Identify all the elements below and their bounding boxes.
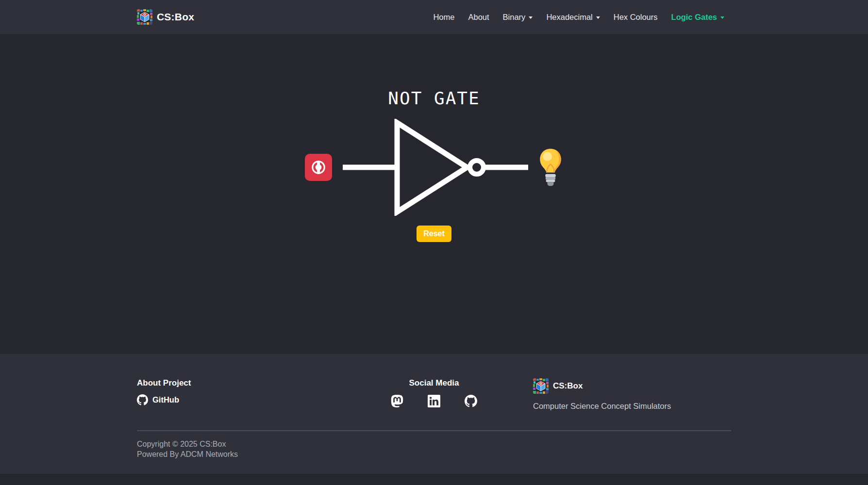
github-icon <box>137 394 148 405</box>
not-gate-diagram <box>305 119 563 216</box>
footer-brand-section: CS:Box Computer Science Concept Simulato… <box>533 378 731 411</box>
csbox-logo-icon <box>533 378 549 394</box>
footer-brand-name: CS:Box <box>553 381 583 391</box>
nav-menu: Home About Binary Hexadecimal Hex Colour… <box>426 9 731 26</box>
github-link-label: GitHub <box>152 395 179 404</box>
copyright-line1: Copyright © 2025 CS:Box <box>137 439 731 449</box>
navbar: CS:Box Home About Binary Hexadecimal Hex… <box>0 0 868 34</box>
chevron-down-icon <box>720 16 724 19</box>
nav-item-hex-colours[interactable]: Hex Colours <box>607 9 665 26</box>
input-zero-power-icon <box>310 159 327 176</box>
nav-item-home[interactable]: Home <box>426 9 461 26</box>
github-social-link[interactable] <box>465 395 477 407</box>
brand[interactable]: CS:Box <box>137 9 194 25</box>
chevron-down-icon <box>596 16 600 19</box>
footer-divider <box>137 430 731 431</box>
mastodon-icon <box>391 395 403 407</box>
nav-item-about[interactable]: About <box>461 9 496 26</box>
linkedin-link[interactable] <box>428 395 440 407</box>
footer-social-section: Social Media <box>335 378 533 411</box>
brand-name: CS:Box <box>157 11 194 23</box>
gate-title: NOT GATE <box>388 88 480 108</box>
copyright: Copyright © 2025 CS:Box Powered By ADCM … <box>137 439 731 459</box>
nav-item-binary-label: Binary <box>503 13 526 22</box>
mastodon-link[interactable] <box>391 395 403 407</box>
linkedin-icon <box>428 395 440 407</box>
nav-item-logic-gates[interactable]: Logic Gates <box>665 9 731 26</box>
csbox-logo-icon <box>137 9 152 25</box>
nav-item-logic-gates-label: Logic Gates <box>671 13 717 22</box>
gate-input-toggle-button[interactable] <box>305 154 332 181</box>
github-repo-link[interactable]: GitHub <box>137 394 179 405</box>
footer-tagline: Computer Science Concept Simulators <box>533 402 731 411</box>
github-icon <box>465 395 477 407</box>
social-media-heading: Social Media <box>335 378 533 388</box>
nav-item-hexadecimal[interactable]: Hexadecimal <box>539 9 606 26</box>
output-lightbulb-on-icon <box>538 147 563 187</box>
not-gate-symbol <box>343 119 528 216</box>
chevron-down-icon <box>529 16 533 19</box>
footer-about-section: About Project GitHub <box>137 378 335 411</box>
footer: About Project GitHub Social Media <box>0 354 868 474</box>
main-content: NOT GATE <box>0 34 868 354</box>
nav-item-hexadecimal-label: Hexadecimal <box>546 13 592 22</box>
reset-button[interactable]: Reset <box>417 226 451 242</box>
nav-item-binary[interactable]: Binary <box>496 9 540 26</box>
copyright-line2: Powered By ADCM Networks <box>137 449 731 459</box>
about-project-heading: About Project <box>137 378 335 388</box>
